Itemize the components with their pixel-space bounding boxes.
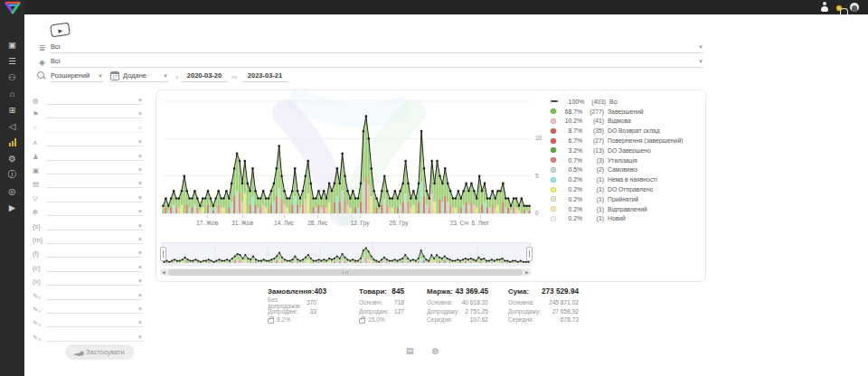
main-chart[interactable] (162, 98, 531, 217)
sidebar-item-products[interactable]: ⊞ (0, 101, 24, 118)
legend-item[interactable]: 3.2%(13)DO Завершено (551, 146, 701, 155)
search-mode-select[interactable]: Розширений ▼ (51, 70, 103, 82)
filter-select[interactable] (46, 108, 137, 118)
status-filter[interactable]: Всі ▼ (51, 41, 703, 53)
scroll-right-icon[interactable]: ▶ (524, 268, 531, 276)
filter-select[interactable] (46, 316, 137, 327)
filter-row-payment: ▤▼ (33, 176, 143, 188)
date-field-select[interactable]: 17 Додане ▼ (110, 70, 168, 82)
chevron-down-icon[interactable]: ▼ (698, 44, 703, 50)
filter-select[interactable] (46, 136, 137, 146)
chevron-down-icon[interactable]: ▼ (137, 136, 143, 146)
chevron-down-icon[interactable]: ▼ (137, 94, 143, 105)
legend-item[interactable]: 0.2%(1)DO Отправлено (551, 184, 701, 194)
chevron-down-icon[interactable]: ▼ (137, 261, 143, 272)
filter-select[interactable] (46, 94, 137, 105)
filter-select[interactable] (46, 289, 137, 300)
legend-item[interactable]: 68.7%(277)Завершений (551, 107, 701, 117)
legend-item[interactable]: 0.5%(2)Самовивіз (551, 165, 701, 175)
date-field-value: Додане (123, 71, 146, 80)
avatar[interactable] (850, 3, 859, 12)
legend-item[interactable]: 100%(403)Всі (551, 97, 701, 107)
filter-select[interactable] (46, 220, 137, 230)
x-axis-tick-label: 26. Гру (390, 220, 409, 226)
navigator-right-handle[interactable] (526, 247, 533, 261)
sidebar-item-customers[interactable]: ⚇ (0, 69, 24, 85)
sidebar-item-settings[interactable]: ⚙ (0, 150, 24, 166)
chevron-down-icon[interactable]: ▼ (137, 331, 143, 342)
legend-item[interactable]: 8.7%(35)DO Возврат склад (551, 126, 701, 136)
filter-select[interactable] (46, 233, 137, 244)
sidebar-item-store[interactable]: ⌂ (0, 85, 24, 101)
sidebar-item-dashboard[interactable]: ▣ (0, 36, 24, 52)
date-to-input[interactable]: 2023-03-21 (242, 70, 288, 82)
filter-select[interactable] (46, 150, 137, 161)
legend-item[interactable]: 0.2%(1)Новий (551, 214, 701, 224)
x-axis-tick-label: 23. Січ (450, 220, 468, 226)
legend-percent: 0.2% (559, 215, 582, 221)
filter-select[interactable] (46, 177, 137, 188)
summary-sub-label: Середня: (427, 316, 453, 323)
filter-select[interactable] (46, 303, 137, 314)
sidebar-item-orders[interactable]: ☰ (0, 52, 24, 69)
filter-row-hierarchy: ⋏▼ (33, 135, 143, 146)
scroll-left-icon[interactable]: ◀ (160, 268, 167, 276)
chevron-down-icon[interactable]: ▼ (137, 108, 143, 118)
chevron-down-icon[interactable]: ▼ (137, 122, 143, 133)
legend-item[interactable]: 10.2%(41)Відмова (551, 117, 701, 127)
filter-select[interactable] (46, 205, 137, 216)
apply-button[interactable]: ▂▄▆ Застосувати (65, 344, 134, 360)
summary-value: 403 (314, 287, 326, 296)
summary-title: Сума: (508, 287, 529, 296)
chevron-down-icon[interactable]: ▼ (137, 275, 143, 286)
chevron-down-icon[interactable]: ▼ (137, 303, 143, 314)
sidebar-item-analytics[interactable] (0, 134, 24, 150)
filter-select[interactable] (46, 331, 137, 342)
chevron-down-icon[interactable]: ▼ (137, 192, 143, 202)
app-logo-icon[interactable] (4, 1, 22, 15)
chevron-down-icon[interactable]: ▼ (137, 316, 143, 327)
summary-sub-row: Допродані:33 (268, 307, 316, 316)
video-help-icon[interactable]: ▶ (50, 23, 71, 38)
legend-count: (1) (582, 186, 604, 193)
legend-count: (1) (582, 196, 604, 202)
filter-select[interactable] (46, 122, 137, 133)
sidebar-item-info[interactable]: ⓘ (0, 166, 24, 183)
chevron-down-icon[interactable]: ▼ (137, 289, 143, 300)
list-view-toggle-icon[interactable]: ▤ (406, 346, 414, 355)
filter-select[interactable] (46, 261, 137, 272)
sidebar-item-video[interactable]: ▶ (0, 199, 24, 215)
chevron-down-icon[interactable]: ▼ (137, 205, 143, 216)
chevron-down-icon[interactable]: ▼ (137, 220, 143, 230)
filter-select[interactable] (46, 192, 137, 202)
chevron-down-icon[interactable]: ▼ (137, 247, 143, 258)
legend-marker-icon (551, 187, 556, 193)
sidebar-item-marketing[interactable]: ◁ (0, 118, 24, 134)
filter-select[interactable] (46, 164, 137, 174)
chevron-down-icon[interactable]: ▼ (137, 150, 143, 161)
legend-item[interactable]: 6.7%(27)Повернення (завершений) (551, 136, 701, 146)
user-icon[interactable] (820, 2, 828, 12)
filter-select[interactable] (46, 247, 137, 258)
navigator-left-handle[interactable] (160, 247, 166, 261)
chevron-down-icon[interactable]: ▼ (137, 233, 143, 244)
chevron-down-icon[interactable]: ▼ (698, 59, 703, 64)
chevron-down-icon[interactable]: ▼ (137, 177, 143, 188)
chart-navigator[interactable] (162, 242, 531, 266)
legend-item[interactable]: 0.2%(1)Прийнятий (551, 194, 701, 204)
chevron-down-icon[interactable]: ▼ (137, 164, 143, 174)
legend-item[interactable]: 0.7%(3)Утилізація (551, 155, 701, 165)
date-from-input[interactable]: 2020-03-20 (182, 70, 227, 82)
product-filter[interactable]: Всі ▼ (51, 55, 703, 68)
sidebar-item-integrations[interactable]: ◎ (0, 183, 24, 199)
filter-select[interactable] (46, 275, 137, 286)
legend-item[interactable]: 0.2%(1)Нема в наявності (551, 174, 701, 184)
chart-scrollbar[interactable]: ◀ ▶ (160, 268, 531, 276)
summary-value: 273 529.94 (542, 287, 579, 296)
product-view-toggle-icon[interactable]: ◍ (432, 346, 439, 355)
date-from-label: з (175, 74, 178, 80)
legend-item[interactable]: 0.2%(1)Відправлений (551, 204, 701, 214)
upsell-share-row: 15.0% (359, 315, 404, 324)
scrollbar-thumb[interactable] (168, 269, 523, 276)
legend-percent: 10.2% (559, 118, 582, 124)
